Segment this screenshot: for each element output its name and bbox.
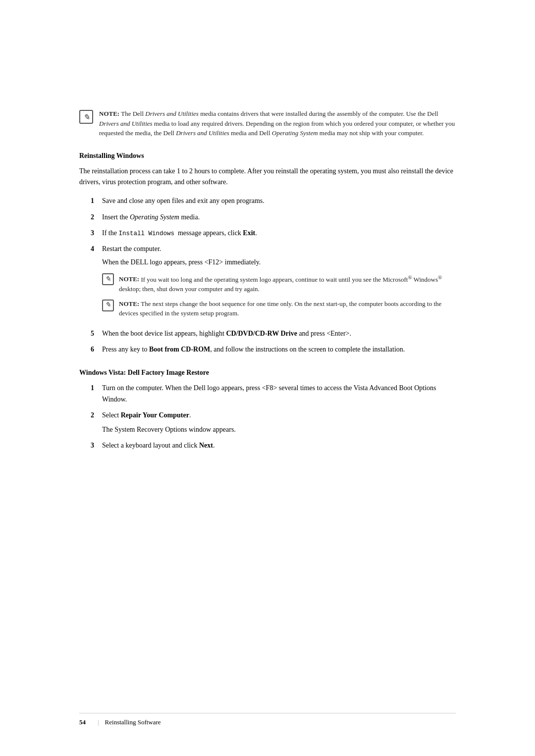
reinstalling-heading: Reinstalling Windows — [79, 152, 456, 160]
note-icon-4a: ✎ — [102, 273, 114, 285]
reinstalling-windows-section: Reinstalling Windows The reinstallation … — [79, 152, 456, 355]
reinstalling-intro: The reinstallation process can take 1 to… — [79, 166, 456, 188]
note-icon-top: ✎ — [79, 110, 93, 124]
top-note-box: ✎ NOTE: The Dell Drivers and Utilities m… — [79, 109, 456, 138]
vista-step-2: 2 Select Repair Your Computer. The Syste… — [79, 410, 456, 435]
top-note-content: NOTE: The Dell Drivers and Utilities med… — [99, 109, 456, 138]
step-2: 2 Insert the Operating System media. — [79, 212, 456, 223]
vista-step-3: 3 Select a keyboard layout and click Nex… — [79, 440, 456, 451]
step-5: 5 When the boot device list appears, hig… — [79, 328, 456, 339]
step-4-note-1: ✎ NOTE: If you wait too long and the ope… — [102, 273, 456, 294]
vista-heading: Windows Vista: Dell Factory Image Restor… — [79, 369, 456, 377]
step-6: 6 Press any key to Boot from CD-ROM, and… — [79, 344, 456, 355]
step-1: 1 Save and close any open files and exit… — [79, 196, 456, 206]
step-4-sub: When the DELL logo appears, press <F12> … — [102, 257, 456, 268]
step-4-note-2: ✎ NOTE: The next steps change the boot s… — [102, 299, 456, 318]
note-label: NOTE: — [99, 110, 119, 117]
step-4: 4 Restart the computer. When the DELL lo… — [79, 244, 456, 323]
vista-section: Windows Vista: Dell Factory Image Restor… — [79, 369, 456, 451]
vista-steps-list: 1 Turn on the computer. When the Dell lo… — [79, 383, 456, 451]
page: ✎ NOTE: The Dell Drivers and Utilities m… — [0, 0, 535, 756]
page-number: 54 — [79, 718, 86, 726]
step-3: 3 If the Install Windows message appears… — [79, 228, 456, 239]
footer-label: Reinstalling Software — [105, 718, 161, 726]
page-footer: 54 | Reinstalling Software — [79, 713, 456, 726]
note-icon-4b: ✎ — [102, 300, 114, 311]
vista-step-1: 1 Turn on the computer. When the Dell lo… — [79, 383, 456, 405]
reinstalling-steps-list: 1 Save and close any open files and exit… — [79, 196, 456, 355]
vista-step-2-sub: The System Recovery Options window appea… — [102, 424, 456, 435]
